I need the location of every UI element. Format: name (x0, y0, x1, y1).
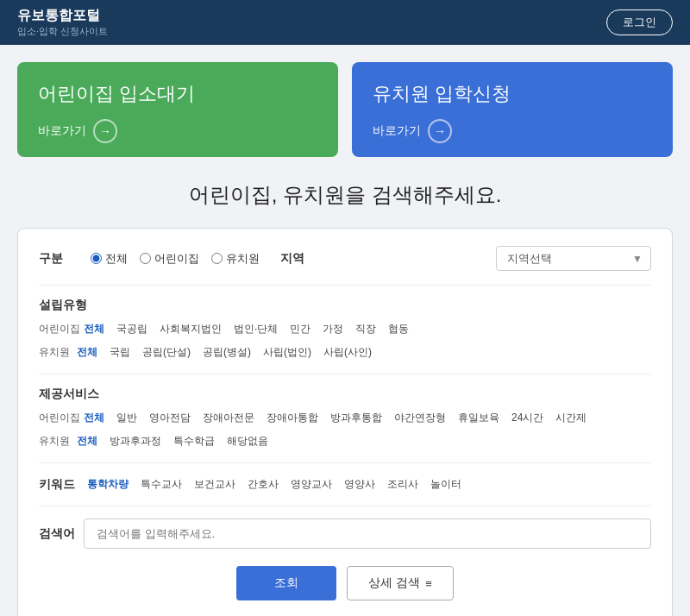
tag[interactable]: 영양사 (341, 475, 379, 493)
daycare-arrow-icon: → (93, 119, 117, 143)
main-content: 어린이집 입소대기 바로가기 → 유치원 입학신청 바로가기 → 어린이집, 유… (0, 45, 690, 616)
tag[interactable]: 장애아통합 (263, 409, 322, 427)
tag[interactable]: 방과후통합 (327, 409, 386, 427)
radio-daycare-input[interactable] (140, 253, 151, 264)
tag[interactable]: 놀이터 (427, 475, 465, 493)
service-kindergarten-row: 유치원 전체방과후과정특수학급해당없음 (39, 432, 651, 450)
tag[interactable]: 공립(병설) (199, 343, 254, 361)
service-kindergarten-tags: 전체방과후과정특수학급해당없음 (73, 432, 272, 450)
keyword-label: 키워드 (39, 477, 84, 493)
tag[interactable]: 사립(법인) (260, 343, 315, 361)
search-input-row: 검색어 (39, 519, 651, 549)
tag[interactable]: 전체 (80, 409, 108, 427)
daycare-banner[interactable]: 어린이집 입소대기 바로가기 → (17, 62, 338, 157)
search-heading: 어린이집, 유치원을 검색해주세요. (17, 181, 673, 209)
region-select-wrapper: 지역선택 서울 부산 대구 인천 광주 대전 울산 세종 경기 강원 충북 충남… (496, 246, 651, 271)
radio-all[interactable]: 전체 (91, 251, 128, 267)
tag[interactable]: 휴일보육 (455, 409, 503, 427)
kindergarten-arrow-icon: → (428, 119, 452, 143)
establishment-kindergarten-row: 유치원 전체국립공립(단설)공립(병설)사립(법인)사립(사인) (39, 343, 651, 361)
service-daycare-label: 어린이집 (39, 409, 80, 425)
daycare-banner-title: 어린이집 입소대기 (38, 81, 317, 107)
service-daycare-row: 어린이집 전체일반영아전담장애아전문장애아통합방과후통합야간연장형휴일보육24시… (39, 409, 651, 427)
login-button[interactable]: 로그인 (606, 9, 673, 35)
tag[interactable]: 조리사 (384, 475, 422, 493)
divider-1 (39, 285, 651, 286)
tag[interactable]: 가정 (319, 320, 347, 338)
tag[interactable]: 민간 (286, 320, 314, 338)
service-kindergarten-label: 유치원 (39, 432, 73, 449)
establishment-kindergarten-label: 유치원 (39, 343, 73, 360)
establishment-section: 설립유형 어린이집 전체국공립사회복지법인법인·단체민간가정직장협동 유치원 전… (39, 298, 651, 361)
lines-icon: ≡ (425, 577, 432, 590)
tag[interactable]: 국공립 (113, 320, 151, 338)
kindergarten-banner-title: 유치원 입학신청 (373, 81, 652, 107)
establishment-kindergarten-tags: 전체국립공립(단설)공립(병설)사립(법인)사립(사인) (73, 343, 375, 361)
divider-2 (39, 374, 651, 374)
daycare-banner-link[interactable]: 바로가기 → (38, 119, 317, 143)
logo-subtitle: 입소·입학 신청사이트 (17, 25, 108, 38)
logo-title: 유보통합포털 (17, 7, 108, 25)
tag[interactable]: 특수교사 (137, 475, 185, 493)
region-select[interactable]: 지역선택 서울 부산 대구 인천 광주 대전 울산 세종 경기 강원 충북 충남… (496, 246, 651, 271)
tag[interactable]: 전체 (80, 320, 108, 338)
search-heading-normal: 을 검색해주세요. (345, 183, 501, 206)
radio-kindergarten-label: 유치원 (226, 251, 260, 267)
tag[interactable]: 통학차량 (84, 475, 132, 493)
search-term-label: 검색어 (39, 526, 84, 542)
service-section: 제공서비스 어린이집 전체일반영아전담장애아전문장애아통합방과후통합야간연장형휴… (39, 387, 651, 450)
divider-4 (39, 506, 651, 506)
kindergarten-banner-link[interactable]: 바로가기 → (373, 119, 652, 143)
search-input[interactable] (84, 519, 651, 549)
button-row: 조회 상세 검색 ≡ (39, 566, 651, 600)
tag[interactable]: 사회복지법인 (156, 320, 225, 338)
search-container: 구분 전체 어린이집 유치원 지역 지역선택 서울 (17, 228, 673, 616)
tag[interactable]: 영양교사 (287, 475, 336, 493)
category-label: 구분 (39, 251, 70, 267)
keyword-row: 키워드 통학차량특수교사보건교사간호사영양교사영양사조리사놀이터 (39, 475, 651, 493)
tag[interactable]: 장애아전문 (199, 409, 258, 427)
tag[interactable]: 간호사 (244, 475, 282, 493)
tag[interactable]: 공립(단설) (139, 343, 194, 361)
kindergarten-banner[interactable]: 유치원 입학신청 바로가기 → (352, 62, 673, 157)
region-label: 지역 (280, 251, 304, 267)
service-daycare-tags: 전체일반영아전담장애아전문장애아통합방과후통합야간연장형휴일보육24시간시간제 (80, 409, 590, 427)
keyword-tags: 통학차량특수교사보건교사간호사영양교사영양사조리사놀이터 (84, 475, 465, 493)
banner-row: 어린이집 입소대기 바로가기 → 유치원 입학신청 바로가기 → (17, 62, 673, 157)
tag[interactable]: 국립 (106, 343, 134, 361)
radio-daycare-label: 어린이집 (154, 251, 199, 267)
radio-kindergarten-input[interactable] (211, 253, 223, 264)
tag[interactable]: 시간제 (552, 409, 590, 427)
tag[interactable]: 사립(사인) (320, 343, 375, 361)
radio-daycare[interactable]: 어린이집 (140, 251, 199, 267)
radio-kindergarten[interactable]: 유치원 (211, 251, 260, 267)
tag[interactable]: 법인·단체 (230, 320, 281, 338)
tag[interactable]: 전체 (73, 432, 101, 450)
search-button[interactable]: 조회 (236, 566, 336, 600)
tag[interactable]: 일반 (113, 409, 141, 427)
header: 유보통합포털 입소·입학 신청사이트 로그인 (0, 0, 690, 45)
establishment-daycare-label: 어린이집 (39, 320, 80, 336)
establishment-daycare-row: 어린이집 전체국공립사회복지법인법인·단체민간가정직장협동 (39, 320, 651, 338)
tag[interactable]: 영아전담 (146, 409, 194, 427)
tag[interactable]: 해당없음 (223, 432, 272, 450)
divider-3 (39, 462, 651, 463)
tag[interactable]: 전체 (73, 343, 101, 361)
tag[interactable]: 협동 (385, 320, 412, 338)
detail-search-label: 상세 검색 (368, 575, 420, 591)
tag[interactable]: 직장 (352, 320, 380, 338)
service-title: 제공서비스 (39, 387, 651, 402)
radio-all-input[interactable] (91, 253, 102, 264)
tag[interactable]: 보건교사 (191, 475, 239, 493)
header-logo: 유보통합포털 입소·입학 신청사이트 (17, 7, 108, 38)
establishment-daycare-tags: 전체국공립사회복지법인법인·단체민간가정직장협동 (80, 320, 412, 338)
category-radio-group: 전체 어린이집 유치원 (91, 251, 260, 267)
tag[interactable]: 24시간 (508, 409, 547, 427)
tag[interactable]: 방과후과정 (106, 432, 165, 450)
detail-search-button[interactable]: 상세 검색 ≡ (347, 566, 453, 600)
tag[interactable]: 특수학급 (170, 432, 218, 450)
search-heading-bold: 어린이집, 유치원 (189, 183, 345, 206)
establishment-title: 설립유형 (39, 298, 651, 313)
tag[interactable]: 야간연장형 (391, 409, 449, 427)
category-row: 구분 전체 어린이집 유치원 지역 지역선택 서울 (39, 246, 651, 271)
